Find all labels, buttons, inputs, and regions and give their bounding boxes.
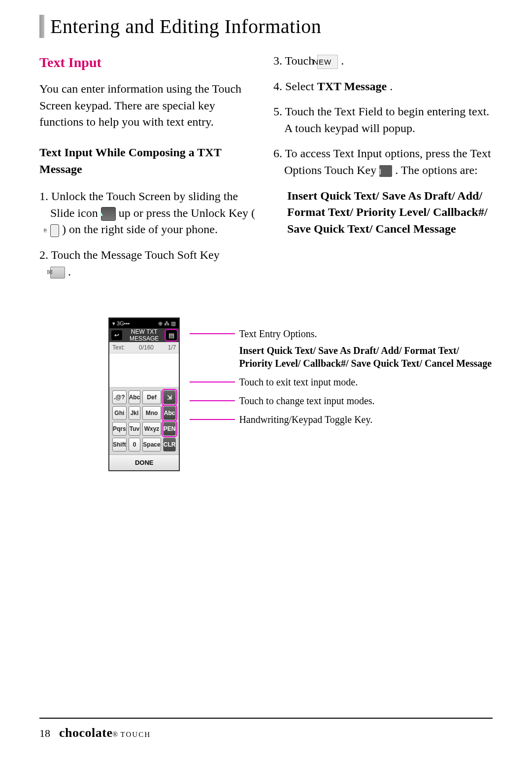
text-options-icon: ▤ [379, 165, 392, 177]
step-6-text-b: . The options are: [395, 164, 478, 176]
key-def: Def [142, 390, 161, 404]
step-2-text-a: 2. Touch the Message Touch Soft Key [39, 248, 220, 261]
title-block: Entering and Editing Information [39, 15, 493, 38]
step-1: 1. Unlock the Touch Screen by sliding th… [39, 188, 259, 238]
callout-3: Touch to exit text input mode. [190, 376, 493, 388]
key-tuv: Tuv [129, 422, 141, 436]
status-left: ▾ 3G▪▪▪ [112, 320, 130, 327]
brand-name: chocolate [59, 726, 112, 740]
step-4-text-a: 4. Select [273, 80, 317, 93]
key-pen: PEN [163, 422, 176, 436]
step-4: 4. Select TXT Message . [273, 78, 493, 95]
new-button: NEW [317, 55, 338, 69]
key-abc: Abc [129, 390, 141, 404]
callout-1: Text Entry Options. [190, 327, 493, 340]
left-column: Text Input You can enter information usi… [39, 53, 259, 289]
phone-title-bar: ↩ NEW TXT MESSAGE ▤ [109, 328, 179, 342]
key-pqrs: Pqrs [112, 422, 127, 436]
step-4-text-b: . [390, 80, 393, 93]
info-right: 1/7 [168, 344, 176, 351]
phone-diagram-area: ▾ 3G▪▪▪ ⊕ ⁂ ▥ ↩ NEW TXT MESSAGE ▤ Text: … [39, 317, 493, 471]
message-icon: ✉ [50, 267, 65, 278]
phone-info-row: Text: 0/160 1/7 [109, 342, 179, 353]
step-1-text-b: up or press the Unlock Key ( [119, 207, 255, 219]
intro-text: You can enter information using the Touc… [39, 81, 259, 131]
step-3: 3. Touch NEW . [273, 53, 493, 70]
key-space: Space [142, 438, 161, 452]
step-2-text-b: . [68, 265, 71, 278]
footer-rule [39, 718, 493, 719]
options-list: Insert Quick Text/ Save As Draft/ Add/ F… [273, 188, 493, 238]
step-1-text-c: ) on the right side of your phone. [62, 223, 218, 236]
right-column: 3. Touch NEW . 4. Select TXT Message . 5… [273, 53, 493, 289]
step-4-bold: TXT Message [317, 80, 387, 93]
step-3-text-a: 3. Touch [273, 54, 317, 67]
page-number: 18 [39, 727, 50, 740]
slide-up-icon: ▲ [101, 207, 116, 221]
callout-4: Touch to change text input modes. [190, 394, 493, 407]
phone-title-text: NEW TXT MESSAGE [125, 328, 163, 342]
phone-textarea [109, 353, 179, 387]
key-jkl: Jkl [129, 406, 141, 420]
status-right: ⊕ ⁂ ▥ [158, 320, 176, 327]
options-icon: ▤ [166, 330, 177, 340]
step-3-text-b: . [341, 54, 344, 67]
key-shift: Shift [112, 438, 127, 452]
back-icon: ↩ [111, 330, 122, 340]
unlock-key-icon: ⎘ [50, 224, 59, 237]
key-sym: .@? [112, 390, 127, 404]
key-exit: ⇲ [163, 390, 176, 404]
phone-status-bar: ▾ 3G▪▪▪ ⊕ ⁂ ▥ [109, 318, 179, 328]
key-wxyz: Wxyz [142, 422, 161, 436]
brand-suffix: TOUCH [121, 730, 151, 738]
step-6: 6. To access Text Input options, press t… [273, 145, 493, 178]
phone-screenshot: ▾ 3G▪▪▪ ⊕ ⁂ ▥ ↩ NEW TXT MESSAGE ▤ Text: … [108, 317, 180, 471]
step-5: 5. Touch the Text Field to begin enterin… [273, 104, 493, 137]
key-mno: Mno [142, 406, 161, 420]
key-ghi: Ghi [112, 406, 127, 420]
info-left: Text: [112, 344, 125, 351]
key-zero: 0 [129, 438, 141, 452]
callout-2: Insert Quick Text/ Save As Draft/ Add/ F… [190, 344, 493, 370]
key-clr: CLR [163, 438, 176, 452]
title-bar [39, 15, 44, 38]
key-mode: Abc [163, 406, 176, 420]
page-title: Entering and Editing Information [50, 15, 321, 38]
sub-heading: Text Input While Composing a TXT Message [39, 144, 259, 177]
step-2: 2. Touch the Message Touch Soft Key ✉ . [39, 247, 259, 280]
callouts: Text Entry Options. Insert Quick Text/ S… [190, 317, 493, 432]
section-heading: Text Input [39, 53, 259, 72]
footer: 18 chocolate® TOUCH [39, 726, 151, 740]
info-mid: 0/160 [139, 344, 154, 351]
callout-5: Handwriting/Keypad Toggle Key. [190, 413, 493, 426]
done-button: DONE [109, 454, 179, 470]
phone-keypad: .@? Abc Def ⇲ Ghi Jkl Mno Abc Pqrs Tuv W… [109, 387, 179, 454]
callout-2-text: Insert Quick Text/ Save As Draft/ Add/ F… [239, 345, 492, 369]
